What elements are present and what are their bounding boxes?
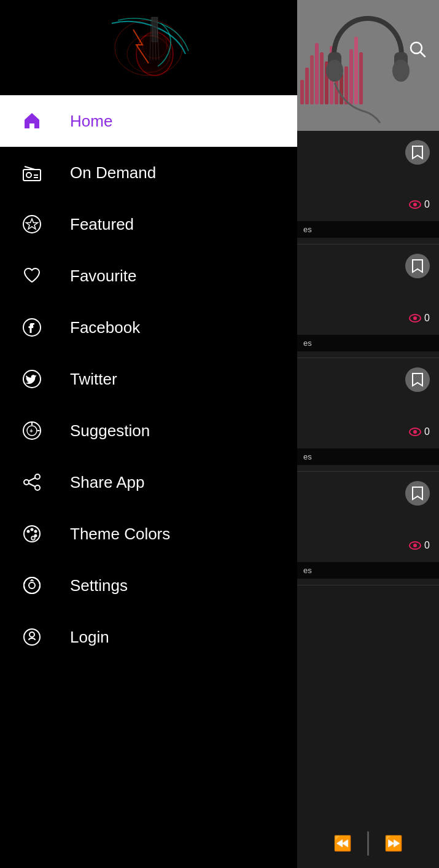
music-card-1: 0 es <box>297 131 439 244</box>
svg-marker-18 <box>26 219 38 229</box>
menu-item-twitter[interactable]: Twitter <box>0 353 297 405</box>
svg-point-71 <box>413 544 417 547</box>
card-label-4: es <box>297 562 439 579</box>
view-count-1: 0 <box>409 199 430 210</box>
svg-point-69 <box>413 430 417 434</box>
settings-icon <box>18 572 45 599</box>
menu-item-settings[interactable]: Settings <box>0 560 297 611</box>
menu-item-featured[interactable]: Featured <box>0 198 297 250</box>
bookmark-button-2[interactable] <box>405 254 430 278</box>
svg-line-63 <box>421 52 425 57</box>
menu-label-facebook: Facebook <box>70 318 140 337</box>
svg-point-36 <box>31 536 35 540</box>
svg-rect-61 <box>297 0 439 131</box>
menu-label-home: Home <box>70 112 112 131</box>
search-button[interactable] <box>405 37 430 61</box>
menu-label-on-demand: On Demand <box>70 163 156 182</box>
svg-point-27 <box>24 480 29 485</box>
menu-item-suggestion[interactable]: + Suggestion <box>0 405 297 456</box>
menu-item-facebook[interactable]: Facebook <box>0 302 297 353</box>
menu-item-favourite[interactable]: Favourite <box>0 250 297 302</box>
menu-label-settings: Settings <box>70 576 128 595</box>
svg-point-26 <box>35 474 40 479</box>
view-count-4: 0 <box>409 540 430 551</box>
suggestion-icon: + <box>18 417 45 444</box>
svg-point-32 <box>27 530 30 533</box>
svg-line-30 <box>29 483 35 487</box>
menu-label-share-app: Share App <box>70 473 144 492</box>
svg-point-13 <box>26 173 31 178</box>
menu-item-theme-colors[interactable]: Theme Colors <box>0 508 297 560</box>
bookmark-button-1[interactable] <box>405 140 430 165</box>
svg-point-38 <box>29 582 35 588</box>
heart-icon <box>18 262 45 289</box>
music-card-4: 0 es <box>297 472 439 585</box>
svg-line-29 <box>29 478 35 481</box>
music-card-3: 0 es <box>297 358 439 472</box>
menu-label-suggestion: Suggestion <box>70 421 150 440</box>
menu-label-featured: Featured <box>70 215 134 234</box>
menu-label-favourite: Favourite <box>70 267 136 286</box>
menu-label-twitter: Twitter <box>70 370 117 389</box>
navigation-drawer: Home On Demand Featured <box>0 0 297 868</box>
header-image <box>297 0 439 131</box>
svg-point-34 <box>34 530 37 533</box>
menu-item-home[interactable]: Home <box>0 95 297 147</box>
home-icon <box>18 108 45 135</box>
card-label-2: es <box>297 335 439 351</box>
view-count-2: 0 <box>409 313 430 324</box>
share-icon <box>18 469 45 496</box>
svg-point-28 <box>35 485 40 490</box>
player-divider <box>367 831 369 856</box>
card-label-3: es <box>297 448 439 465</box>
player-bar: ⏪ ⏩ <box>297 819 439 868</box>
menu-item-login[interactable]: Login <box>0 611 297 663</box>
view-count-3: 0 <box>409 426 430 437</box>
svg-text:+: + <box>29 428 33 434</box>
menu-label-login: Login <box>70 628 109 647</box>
svg-point-33 <box>31 528 34 531</box>
featured-star-icon <box>18 211 45 238</box>
card-label-1: es <box>297 221 439 238</box>
palette-icon <box>18 520 45 547</box>
login-icon <box>18 624 45 651</box>
prev-button[interactable]: ⏪ <box>333 835 352 852</box>
svg-point-67 <box>413 316 417 320</box>
app-logo <box>99 11 198 85</box>
bookmark-button-3[interactable] <box>405 367 430 392</box>
svg-point-42 <box>29 632 34 637</box>
drawer-header <box>0 0 297 95</box>
twitter-icon <box>18 366 45 393</box>
music-card-2: 0 es <box>297 244 439 358</box>
facebook-icon <box>18 314 45 341</box>
next-button[interactable]: ⏩ <box>384 835 403 852</box>
menu-label-theme-colors: Theme Colors <box>70 525 170 544</box>
radio-icon <box>18 159 45 186</box>
right-content-panel: 0 es 0 es <box>297 0 439 868</box>
svg-point-65 <box>413 203 417 206</box>
menu-item-share-app[interactable]: Share App <box>0 456 297 508</box>
menu-item-on-demand[interactable]: On Demand <box>0 147 297 198</box>
bookmark-button-4[interactable] <box>405 481 430 506</box>
